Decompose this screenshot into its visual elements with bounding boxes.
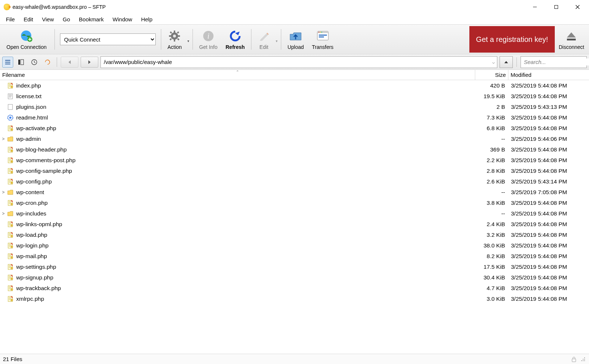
file-modified: 3/25/2019 5:44:08 PM	[508, 264, 589, 270]
file-modified: 3/25/2019 5:44:08 PM	[508, 114, 589, 121]
refresh-button[interactable]: Refresh	[222, 25, 249, 54]
php-icon	[7, 253, 14, 260]
svg-point-20	[318, 32, 319, 32]
file-row[interactable]: wp-signup.php30.4 KiB3/25/2019 5:44:08 P…	[0, 272, 589, 283]
menu-window[interactable]: Window	[108, 15, 137, 23]
svg-point-21	[320, 32, 320, 32]
file-row[interactable]: wp-cron.php3.8 KiB3/25/2019 5:44:08 PM	[0, 197, 589, 208]
svg-rect-13	[177, 38, 180, 40]
menubar: FileEditViewGoBookmarkWindowHelp	[0, 14, 589, 24]
refresh-icon	[229, 29, 242, 43]
expander-icon[interactable]: >	[0, 190, 7, 195]
file-row[interactable]: wp-blog-header.php369 B3/25/2019 5:44:08…	[0, 144, 589, 155]
svg-rect-36	[8, 94, 13, 99]
go-up-button[interactable]	[500, 56, 513, 68]
php-icon	[7, 146, 14, 153]
registration-banner[interactable]: Get a registration key!	[469, 26, 555, 53]
expander-icon[interactable]: >	[0, 136, 7, 142]
open-connection-button[interactable]: Open Connection	[1, 25, 52, 54]
transfers-label: Transfers	[312, 44, 334, 50]
file-row[interactable]: wp-comments-post.php2.2 KiB3/25/2019 5:4…	[0, 155, 589, 165]
menu-help[interactable]: Help	[137, 15, 157, 23]
upload-icon	[289, 29, 303, 43]
minimize-button[interactable]	[524, 1, 546, 13]
file-row[interactable]: >wp-includes--3/25/2019 5:44:08 PM	[0, 208, 589, 219]
php-icon	[7, 157, 14, 164]
file-modified: 3/25/2019 5:43:13 PM	[508, 104, 589, 110]
search-box[interactable]	[521, 56, 587, 68]
file-name: wp-comments-post.php	[16, 157, 75, 164]
quick-connect-select[interactable]: Quick Connect	[60, 33, 156, 45]
file-size: 4.7 KiB	[475, 285, 508, 292]
get-info-button[interactable]: i Get Info	[195, 25, 222, 54]
html-icon	[7, 114, 14, 121]
file-row[interactable]: readme.html7.3 KiB3/25/2019 5:44:08 PM	[0, 112, 589, 123]
file-modified: 3/25/2019 5:44:08 PM	[508, 232, 589, 238]
file-row[interactable]: wp-config-sample.php2.8 KiB3/25/2019 5:4…	[0, 165, 589, 176]
status-bar: 21 Files	[0, 354, 589, 364]
upload-button[interactable]: Upload	[283, 25, 308, 54]
nav-back-button[interactable]	[61, 57, 78, 68]
menu-go[interactable]: Go	[58, 15, 74, 23]
file-row[interactable]: wp-load.php3.2 KiB3/25/2019 5:44:08 PM	[0, 229, 589, 240]
disconnect-button[interactable]: Disconnect	[555, 25, 588, 54]
view-list-toggle[interactable]	[2, 57, 13, 68]
php-icon	[7, 178, 14, 185]
svg-rect-14	[177, 31, 179, 33]
php-icon	[7, 199, 14, 207]
file-name: wp-config.php	[16, 178, 52, 185]
php-icon	[7, 285, 14, 292]
php-icon	[7, 82, 14, 89]
column-headers: Filename ⌃ Size Modified	[0, 70, 589, 80]
menu-edit[interactable]: Edit	[19, 15, 38, 23]
view-column-toggle[interactable]	[15, 57, 27, 68]
php-icon	[7, 221, 14, 228]
file-row[interactable]: wp-login.php38.0 KiB3/25/2019 5:44:08 PM	[0, 240, 589, 251]
maximize-button[interactable]	[546, 1, 567, 13]
file-modified: 3/25/2019 5:44:08 PM	[508, 285, 589, 292]
file-row[interactable]: wp-mail.php8.2 KiB3/25/2019 5:44:08 PM	[0, 251, 589, 261]
menu-bookmark[interactable]: Bookmark	[74, 15, 108, 23]
close-button[interactable]	[567, 1, 588, 13]
file-name: license.txt	[16, 93, 42, 100]
file-modified: 3/25/2019 5:44:08 PM	[508, 221, 589, 228]
quick-connect-dropdown[interactable]: Quick Connect	[57, 25, 159, 54]
file-row[interactable]: wp-settings.php17.5 KiB3/25/2019 5:44:08…	[0, 261, 589, 272]
edit-button[interactable]: ▾ Edit	[254, 25, 279, 54]
file-row[interactable]: wp-links-opml.php2.4 KiB3/25/2019 5:44:0…	[0, 219, 589, 229]
history-button[interactable]	[29, 57, 40, 68]
menu-file[interactable]: File	[1, 15, 19, 23]
file-browser[interactable]: Filename ⌃ Size Modified index.php420 B3…	[0, 70, 589, 354]
file-row[interactable]: >wp-admin--3/25/2019 5:44:06 PM	[0, 133, 589, 144]
bonjour-button[interactable]	[42, 57, 53, 68]
file-modified: 3/25/2019 5:44:08 PM	[508, 168, 589, 174]
eject-icon	[565, 29, 578, 43]
file-size: 7.3 KiB	[475, 114, 508, 121]
file-modified: 3/25/2019 5:44:08 PM	[508, 296, 589, 302]
transfers-icon	[316, 29, 330, 43]
file-row[interactable]: wp-trackback.php4.7 KiB3/25/2019 5:44:08…	[0, 283, 589, 293]
file-row[interactable]: xmlrpc.php3.0 KiB3/25/2019 5:44:08 PM	[0, 293, 589, 304]
column-header-modified[interactable]: Modified	[508, 70, 589, 80]
path-combobox[interactable]: /var/www/public/easy-whale ⌵	[100, 56, 497, 68]
file-name: wp-mail.php	[16, 253, 47, 260]
search-input[interactable]	[523, 58, 589, 65]
nav-forward-button[interactable]	[81, 57, 98, 68]
action-button[interactable]: ▾ Action	[163, 25, 190, 54]
file-row[interactable]: >wp-content--3/25/2019 7:05:08 PM	[0, 187, 589, 197]
menu-view[interactable]: View	[38, 15, 58, 23]
file-row[interactable]: wp-config.php2.6 KiB3/25/2019 5:43:14 PM	[0, 176, 589, 187]
file-row[interactable]: plugins.json2 B3/25/2019 5:43:13 PM	[0, 101, 589, 112]
titlebar: easy-whale@w6.wpsandbox.pro – SFTP	[0, 0, 589, 14]
file-row[interactable]: index.php420 B3/25/2019 5:44:08 PM	[0, 80, 589, 91]
column-header-filename[interactable]: Filename ⌃	[0, 70, 475, 80]
txt-icon	[7, 93, 14, 100]
file-row[interactable]: license.txt19.5 KiB3/25/2019 5:44:08 PM	[0, 91, 589, 101]
svg-rect-1	[555, 6, 558, 9]
transfers-button[interactable]: Transfers	[308, 25, 338, 54]
chevron-down-icon: ⌵	[492, 60, 495, 65]
column-header-size[interactable]: Size	[475, 70, 508, 80]
file-row[interactable]: wp-activate.php6.8 KiB3/25/2019 5:44:08 …	[0, 123, 589, 133]
expander-icon[interactable]: >	[0, 211, 7, 216]
file-name: wp-config-sample.php	[16, 168, 72, 174]
